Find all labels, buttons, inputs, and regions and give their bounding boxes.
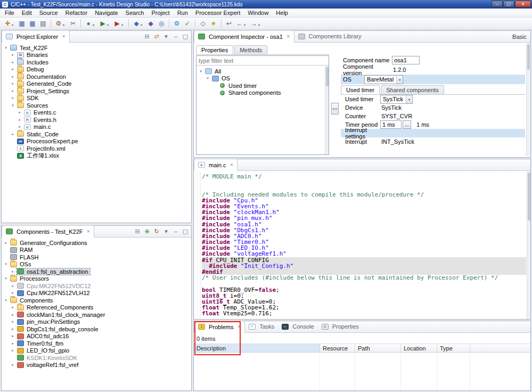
open-type-icon[interactable]: ◇: [198, 19, 208, 28]
collapsed-arrow-icon[interactable]: [10, 363, 16, 367]
tree-item[interactable]: Generated_Code: [2, 80, 191, 88]
run-menu-arrow[interactable]: [107, 23, 111, 27]
new-cpp-project-menu-arrow[interactable]: [141, 23, 145, 27]
menu-project[interactable]: Project: [148, 9, 173, 17]
column-header-path[interactable]: Path: [355, 344, 401, 352]
editor-scrollbar[interactable]: [527, 172, 530, 319]
expanded-arrow-icon[interactable]: [3, 262, 9, 266]
minimize-icon[interactable]: –: [171, 32, 180, 41]
tree-item[interactable]: SDK: [2, 95, 191, 102]
close-icon[interactable]: [287, 34, 290, 39]
column-header-type[interactable]: Type: [437, 344, 470, 352]
collapsed-arrow-icon[interactable]: [10, 291, 16, 295]
tree-item[interactable]: Timer0:fsl_ftm: [2, 340, 191, 347]
tree-item[interactable]: ProcessorExpert.pe: [2, 138, 191, 145]
search-icon[interactable]: ◎: [157, 19, 166, 28]
tab-properties-view[interactable]: Properties: [318, 321, 363, 332]
collapse-all-icon[interactable]: ⊟: [143, 32, 151, 41]
tab-problems[interactable]: Problems: [194, 321, 245, 333]
tree-item[interactable]: Events.h: [2, 116, 191, 124]
maximize-button[interactable]: [503, 1, 514, 7]
collapsed-arrow-icon[interactable]: [10, 305, 16, 309]
timer-period-browse-button[interactable]: ...: [403, 120, 411, 129]
save-all-icon[interactable]: ▩: [28, 19, 37, 28]
tree-item[interactable]: Includes: [2, 59, 191, 66]
inspector-scrollbar[interactable]: [526, 43, 530, 156]
tree-item[interactable]: Referenced_Components: [2, 304, 191, 312]
maximize-icon[interactable]: ▢: [181, 227, 190, 236]
tab-tasks[interactable]: Tasks: [245, 321, 278, 332]
tree-item[interactable]: Used timer: [197, 82, 325, 89]
external-tools-menu-arrow[interactable]: [121, 23, 126, 27]
os-dropdown[interactable]: BareMetal: [364, 75, 403, 84]
close-icon[interactable]: [237, 324, 241, 329]
close-icon[interactable]: [87, 229, 91, 234]
minimize-button[interactable]: [492, 1, 503, 7]
link-with-editor-icon[interactable]: ⇄: [152, 32, 161, 41]
tree-item[interactable]: RAM: [2, 247, 191, 254]
close-icon[interactable]: [62, 34, 66, 39]
tree-item[interactable]: Components: [2, 297, 191, 304]
tree-item[interactable]: All: [197, 68, 325, 75]
tree-item[interactable]: Shared components: [197, 89, 325, 97]
expanded-arrow-icon[interactable]: [198, 69, 204, 74]
new-wizard-icon[interactable]: ✚: [3, 19, 12, 28]
tab-main-c[interactable]: main.c: [194, 159, 238, 171]
menu-file[interactable]: File: [1, 9, 18, 17]
collapsed-arrow-icon[interactable]: [10, 348, 16, 353]
expanded-arrow-icon[interactable]: [3, 276, 9, 281]
external-tools-icon[interactable]: ▶: [112, 19, 122, 28]
tree-item[interactable]: pin_mux:PinSettings: [2, 318, 191, 326]
back-icon[interactable]: ←: [235, 19, 244, 28]
collapsed-arrow-icon[interactable]: [17, 118, 23, 122]
collapsed-arrow-icon[interactable]: [10, 132, 16, 136]
tree-item[interactable]: Documentation: [2, 73, 191, 80]
save-icon[interactable]: ▦: [17, 19, 27, 28]
tree-item[interactable]: osa1:fsl_os_abstraction: [2, 268, 191, 275]
component-name-input[interactable]: osa1: [392, 56, 420, 64]
tree-item[interactable]: ProjectInfo.xml: [2, 145, 191, 152]
collapsed-arrow-icon[interactable]: [10, 270, 16, 274]
view-menu-icon[interactable]: ▾: [162, 227, 170, 236]
column-header-resource[interactable]: Resource: [320, 344, 355, 352]
generate-code-icon[interactable]: ✓: [183, 19, 192, 28]
tab-console[interactable]: Console: [278, 321, 317, 332]
dropdown-arrow-icon[interactable]: [406, 95, 412, 103]
debug-icon[interactable]: ●: [84, 19, 93, 28]
tab-used-timer[interactable]: Used timer: [341, 85, 380, 94]
tree-item[interactable]: Events.c: [2, 109, 191, 117]
collapsed-arrow-icon[interactable]: [17, 110, 23, 115]
tree-item[interactable]: Sources: [2, 102, 191, 109]
forward-icon[interactable]: →: [249, 19, 259, 28]
new-cpp-project-icon[interactable]: ◆: [132, 19, 141, 28]
tree-item[interactable]: OSs: [2, 261, 191, 268]
tree-item[interactable]: ADC0:fsl_adc16: [2, 333, 191, 340]
editor-body[interactable]: /* MODULE main */ /* Including needed mo…: [194, 172, 530, 319]
basic-mode-button[interactable]: Basic: [512, 34, 527, 40]
tree-item[interactable]: Cpu:MK22FN512VLH12: [2, 290, 191, 297]
expanded-arrow-icon[interactable]: [3, 298, 9, 303]
forward-menu-arrow[interactable]: [258, 23, 263, 27]
close-icon[interactable]: [230, 162, 233, 167]
print-icon[interactable]: ▤: [38, 19, 48, 28]
scissors-icon[interactable]: ✂: [68, 19, 78, 28]
collapsed-arrow-icon[interactable]: [10, 313, 16, 317]
code-area[interactable]: /* MODULE main */ /* Including needed mo…: [202, 174, 526, 319]
run-icon[interactable]: ▶: [98, 19, 108, 28]
tab-properties[interactable]: Properties: [196, 45, 233, 54]
collapse-all-icon[interactable]: ⊟: [133, 227, 142, 236]
collapsed-arrow-icon[interactable]: [10, 96, 16, 100]
tree-item[interactable]: Test_K22F: [2, 44, 191, 52]
menu-processor-expert[interactable]: Processor Expert: [192, 9, 244, 17]
menu-search[interactable]: Search: [122, 9, 148, 17]
back-menu-arrow[interactable]: [244, 23, 248, 27]
expanded-arrow-icon[interactable]: [10, 103, 16, 108]
menu-window[interactable]: Window: [244, 9, 272, 17]
dropdown-arrow-icon[interactable]: [396, 76, 403, 84]
collapsed-arrow-icon[interactable]: [10, 81, 16, 86]
tree-item[interactable]: main.c: [2, 124, 191, 131]
close-button[interactable]: [515, 1, 531, 7]
collapsed-arrow-icon[interactable]: [10, 327, 16, 331]
problems-table-body[interactable]: [194, 353, 530, 390]
new-wizard-menu-arrow[interactable]: [12, 23, 16, 27]
